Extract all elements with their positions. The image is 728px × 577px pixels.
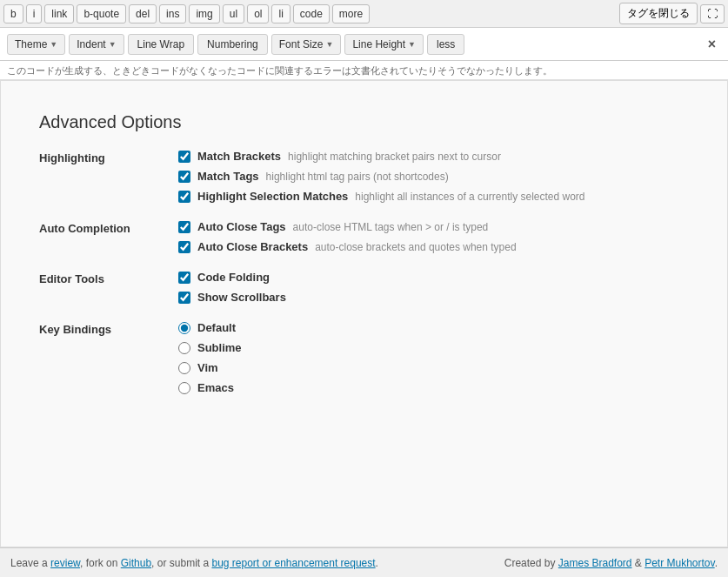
match-tags-row: Match Tags highlight html tag pairs (not… [178,170,689,183]
emacs-radio-row: Emacs [178,381,689,394]
code-folding-name: Code Folding [197,271,270,284]
match-tags-desc: highlight html tag pairs (not shortcodes… [266,171,449,183]
italic-button[interactable]: i [26,4,43,23]
lineheight-arrow-icon: ▼ [408,40,416,49]
auto-close-tags-desc: auto-close HTML tags when > or / is type… [293,221,489,233]
highlighting-section: Highlighting Match Brackets highlight ma… [39,150,689,203]
match-tags-checkbox[interactable] [178,171,190,183]
close-tags-button[interactable]: タグを閉じる [619,3,698,24]
highlight-selection-checkbox[interactable] [178,191,190,203]
vim-label: Vim [197,361,218,374]
show-scrollbars-name: Show Scrollbars [197,291,286,304]
highlight-selection-desc: highlight all instances of a currently s… [355,191,584,203]
review-link[interactable]: review [50,557,80,569]
indent-arrow-icon: ▼ [109,40,117,49]
ol-button[interactable]: ol [247,4,269,23]
close-button[interactable]: × [703,37,721,52]
less-button[interactable]: less [427,34,464,55]
ins-button[interactable]: ins [159,4,186,23]
petr-link[interactable]: Petr Mukhortov [645,557,714,569]
vim-radio-row: Vim [178,361,689,374]
github-link[interactable]: Github [121,557,151,569]
show-scrollbars-checkbox[interactable] [178,292,190,304]
indent-label: Indent [77,38,105,50]
bug-report-link[interactable]: bug report or enhancement request [211,557,375,569]
lineheight-dropdown[interactable]: Line Height ▼ [344,34,424,55]
indent-dropdown[interactable]: Indent ▼ [69,34,124,55]
more-button[interactable]: more [332,4,370,23]
default-label: Default [197,321,236,334]
james-link[interactable]: James Bradford [558,557,632,569]
img-button[interactable]: img [189,4,219,23]
auto-close-tags-row: Auto Close Tags auto-close HTML tags whe… [178,220,689,233]
auto-close-tags-name: Auto Close Tags [197,220,286,233]
theme-arrow-icon: ▼ [50,40,57,49]
sublime-radio[interactable] [178,342,190,354]
editor-tools-options: Code Folding Show Scrollbars [178,271,689,304]
fontsize-dropdown[interactable]: Font Size ▼ [271,34,342,55]
editor-tools-section: Editor Tools Code Folding Show Scrollbar… [39,271,689,304]
auto-close-brackets-row: Auto Close Brackets auto-close brackets … [178,240,689,253]
li-button[interactable]: li [271,4,290,23]
footer-left: Leave a review, fork on Github, or submi… [10,557,378,569]
auto-close-brackets-checkbox[interactable] [178,241,190,253]
footer-created-text: Created by [504,557,558,569]
bquote-button[interactable]: b-quote [77,4,126,23]
footer-and-text: & [632,557,645,569]
highlight-selection-row: Highlight Selection Matches highlight al… [178,190,689,203]
key-bindings-section: Key Bindings Default Sublime Vim Emacs [39,321,689,394]
footer: Leave a review, fork on Github, or submi… [0,547,728,577]
ul-button[interactable]: ul [223,4,244,23]
fontsize-label: Font Size [279,38,324,50]
auto-completion-section: Auto Completion Auto Close Tags auto-clo… [39,220,689,253]
footer-right: Created by James Bradford & Petr Mukhort… [504,557,718,569]
footer-period: . [376,557,378,569]
match-brackets-desc: highlight matching bracket pairs next to… [288,151,501,163]
auto-close-brackets-desc: auto-close brackets and quotes when type… [315,241,516,253]
footer-fork-text: , fork on [80,557,121,569]
numbering-button[interactable]: Numbering [197,34,268,55]
vim-radio[interactable] [178,362,190,374]
show-scrollbars-row: Show Scrollbars [178,291,689,304]
lineheight-label: Line Height [352,38,405,50]
key-bindings-options: Default Sublime Vim Emacs [178,321,689,394]
sublime-radio-row: Sublime [178,341,689,354]
match-tags-name: Match Tags [197,170,259,183]
footer-leave-text: Leave a [10,557,50,569]
default-radio-row: Default [178,321,689,334]
code-folding-checkbox[interactable] [178,272,190,284]
fontsize-arrow-icon: ▼ [325,40,333,49]
link-button[interactable]: link [44,4,74,23]
panel-content: Advanced Options Highlighting Match Brac… [22,98,706,429]
auto-close-brackets-name: Auto Close Brackets [197,240,308,253]
second-toolbar: Theme ▼ Indent ▼ Line Wrap Numbering Fon… [0,28,728,61]
highlighting-options: Match Brackets highlight matching bracke… [178,150,689,203]
code-button[interactable]: code [293,4,330,23]
key-bindings-label: Key Bindings [39,321,178,336]
main-panel: Advanced Options Highlighting Match Brac… [0,80,728,547]
japanese-bar: このコードが生成する、ときどきコードがなくなったコードに関連するエラーは文書化さ… [0,61,728,80]
emacs-label: Emacs [197,381,234,394]
auto-completion-label: Auto Completion [39,220,178,235]
top-toolbar: b i link b-quote del ins img ul ol li co… [0,0,728,28]
highlighting-label: Highlighting [39,150,178,164]
auto-close-tags-checkbox[interactable] [178,221,190,233]
emacs-radio[interactable] [178,382,190,394]
editor-tools-label: Editor Tools [39,271,178,285]
code-folding-row: Code Folding [178,271,689,284]
footer-right-period: . [715,557,718,569]
expand-button[interactable]: ⛶ [700,4,725,23]
del-button[interactable]: del [129,4,157,23]
match-brackets-checkbox[interactable] [178,151,190,163]
footer-submit-text: , or submit a [151,557,211,569]
auto-completion-options: Auto Close Tags auto-close HTML tags whe… [178,220,689,253]
theme-label: Theme [15,38,47,50]
panel-title: Advanced Options [39,112,689,132]
bold-button[interactable]: b [3,4,23,23]
theme-dropdown[interactable]: Theme ▼ [7,34,65,55]
highlight-selection-name: Highlight Selection Matches [197,190,348,203]
match-brackets-name: Match Brackets [197,150,281,163]
linewrap-button[interactable]: Line Wrap [128,34,194,55]
match-brackets-row: Match Brackets highlight matching bracke… [178,150,689,163]
default-radio[interactable] [178,322,190,334]
